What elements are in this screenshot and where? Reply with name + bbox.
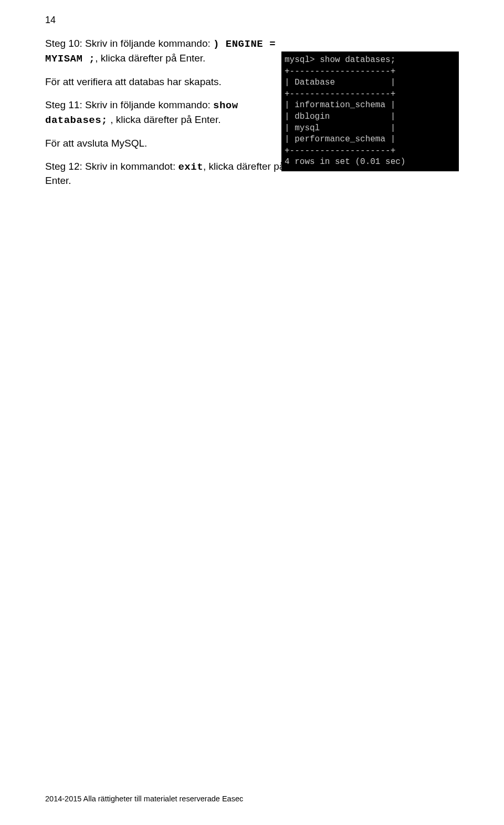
step-11-code-databases: databases; (45, 115, 108, 126)
verify-note: För att verifiera att databas har skapat… (45, 75, 287, 89)
step-10-pre: Steg 10: Skriv in följande kommando: (45, 38, 213, 49)
step-12-pre: Steg 12: Skriv in kommandot: (45, 161, 178, 172)
step-12-code: exit (178, 161, 203, 173)
terminal-screenshot: mysql> show databases; +----------------… (281, 51, 459, 171)
exit-note: För att avsluta MySQL. (45, 137, 287, 150)
terminal-output: mysql> show databases; +----------------… (281, 51, 459, 171)
step-11-code-show: show (213, 100, 238, 111)
copyright-footer: 2014-2015 Alla rättigheter till material… (45, 795, 243, 803)
step-11-pre: Steg 11: Skriv in följande kommando: (45, 99, 213, 110)
step-10: Steg 10: Skriv in följande kommando: ) E… (45, 37, 287, 66)
page-number: 14 (45, 15, 56, 26)
step-11: Steg 11: Skriv in följande kommando: sho… (45, 98, 287, 127)
step-12: Steg 12: Skriv in kommandot: exit, klick… (45, 160, 287, 188)
step-11-post: , klicka därefter på Enter. (108, 114, 220, 125)
step-10-post: , klicka därefter på Enter. (95, 53, 205, 64)
